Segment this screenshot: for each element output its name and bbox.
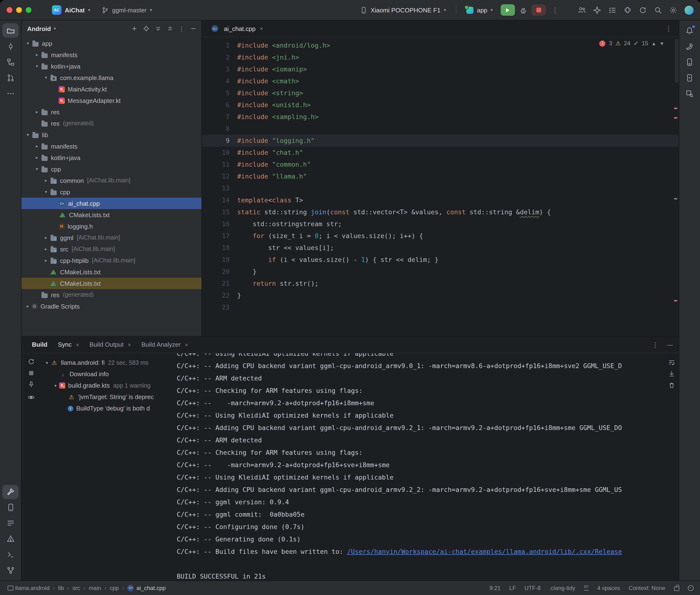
chevron-right-icon[interactable]: ▸ xyxy=(33,110,40,114)
minimize-window-button[interactable] xyxy=(16,7,22,13)
editor-scrollbar[interactable] xyxy=(675,39,678,83)
code-line[interactable]: 5#include <string> xyxy=(202,87,678,99)
notifications-icon[interactable] xyxy=(681,23,698,38)
close-tab-icon[interactable]: × xyxy=(260,26,263,31)
tree-item-cmakelists-txt[interactable]: CMakeLists.txt xyxy=(22,209,201,221)
chevron-right-icon[interactable]: ▸ xyxy=(33,52,40,57)
inspection-widget[interactable]: !3 ⚠24 ✓15 ▲ ▼ xyxy=(599,40,664,47)
more-tool-windows-icon[interactable] xyxy=(2,86,19,101)
error-stripe-mark[interactable] xyxy=(674,117,677,119)
tree-item-cpp[interactable]: ▾cpp xyxy=(22,163,201,175)
run-button[interactable] xyxy=(500,4,515,16)
status-item-line-separator[interactable]: LF xyxy=(509,585,516,591)
gradle-icon[interactable] xyxy=(681,39,698,53)
tree-item-cmakelists-txt[interactable]: CMakeLists.txt xyxy=(22,278,201,289)
add-icon[interactable] xyxy=(131,25,138,32)
tree-item-kotlin-java[interactable]: ▸kotlin+java xyxy=(22,152,201,163)
hide-build-panel-icon[interactable]: — xyxy=(667,341,673,348)
commit-tool-icon[interactable] xyxy=(2,39,19,53)
code-line[interactable]: 16 std::ostringstream str; xyxy=(202,218,678,230)
logcat-tool-icon[interactable] xyxy=(2,516,19,530)
code-line[interactable]: 4#include <cmath> xyxy=(202,75,678,87)
settings-gear-icon[interactable] xyxy=(669,6,677,14)
tree-item-lib[interactable]: ▾lib xyxy=(22,129,201,140)
tree-item-mainactivity-kt[interactable]: KMainActivity.kt xyxy=(22,83,201,95)
code-line[interactable]: 17 for (size_t i = 0; i < values.size();… xyxy=(202,230,678,242)
collapse-all-icon[interactable] xyxy=(167,25,173,32)
hide-panel-icon[interactable] xyxy=(190,25,197,32)
tree-item-common[interactable]: ▸common[AiChat.lib.main] xyxy=(22,175,201,186)
tree-item-download-info[interactable]: ↓Download info xyxy=(40,368,172,380)
code-line[interactable]: 3#include <iomanip> xyxy=(202,63,678,75)
status-item-clang-tidy[interactable]: .clang-tidy xyxy=(549,585,575,591)
problems-tool-icon[interactable] xyxy=(2,532,19,546)
chevron-right-icon[interactable]: ▸ xyxy=(43,247,50,251)
stop-button[interactable] xyxy=(531,4,545,16)
close-window-button[interactable] xyxy=(7,7,12,13)
expand-all-icon[interactable] xyxy=(155,25,162,32)
project-selector[interactable]: AC AiChat ▾ xyxy=(49,4,93,16)
project-view-selector[interactable]: Android xyxy=(27,25,51,32)
chevron-right-icon[interactable]: ▸ xyxy=(24,304,31,309)
code-area[interactable]: 1#include <android/log.h>2#include <jni.… xyxy=(202,37,678,336)
ok-stripe-mark[interactable] xyxy=(674,198,677,200)
tree-item-manifests[interactable]: ▸manifests xyxy=(22,140,201,152)
tree-item-src[interactable]: ▸src[AiChat.lib.main] xyxy=(22,243,201,255)
console-link[interactable]: /Users/hanyin/Workspace/ai-chat/examples… xyxy=(347,547,622,555)
build-tab-sync[interactable]: Sync× xyxy=(53,338,84,351)
ai-assistant-icon[interactable] xyxy=(593,6,601,14)
chevron-down-icon[interactable]: ▾ xyxy=(52,383,59,388)
locate-file-icon[interactable] xyxy=(143,25,149,32)
chevron-down-icon[interactable]: ▾ xyxy=(24,132,31,137)
editor-options-icon[interactable]: ⋮ xyxy=(663,25,674,32)
profile-avatar[interactable] xyxy=(684,5,693,15)
code-line[interactable]: 8 xyxy=(202,123,678,135)
soft-wrap-icon[interactable] xyxy=(668,359,675,366)
chevron-right-icon[interactable]: ▸ xyxy=(43,178,50,183)
device-explorer-tool-icon[interactable] xyxy=(2,500,19,514)
chevron-down-icon[interactable]: ▾ xyxy=(33,64,40,68)
run-configuration-selector[interactable]: app ▾ xyxy=(463,5,496,15)
structure-tool-icon[interactable] xyxy=(2,55,19,69)
window-icon[interactable] xyxy=(7,584,14,592)
breadcrumb-item-llama-android[interactable]: llama.android xyxy=(15,585,50,591)
build-tab-build-output[interactable]: Build Output× xyxy=(85,338,136,351)
tree-item-llama-android-fi[interactable]: ▾⚠llama.android: fi22 sec, 583 ms xyxy=(40,357,172,368)
code-line[interactable]: 12#include "llama.h" xyxy=(202,170,678,182)
scroll-to-end-icon[interactable] xyxy=(668,370,675,377)
branch-selector[interactable]: ggml-master ▾ xyxy=(99,5,156,15)
tree-item-logging-h[interactable]: Hlogging.h xyxy=(22,221,201,232)
code-line[interactable]: 7#include <sampling.h> xyxy=(202,111,678,123)
breadcrumb-item-ai-chat-cpp[interactable]: C+ai_chat.cpp xyxy=(128,585,166,591)
running-devices-icon[interactable] xyxy=(681,70,698,85)
tree-item-ggml[interactable]: ▸ggml[AiChat.lib.main] xyxy=(22,232,201,243)
error-stripe-mark[interactable] xyxy=(674,108,677,109)
code-line[interactable]: 11#include "common.h" xyxy=(202,159,678,170)
maximize-window-button[interactable] xyxy=(26,7,31,13)
tree-item-messageadapter-kt[interactable]: KMessageAdapter.kt xyxy=(22,95,201,106)
code-line[interactable]: 19 if (i < values.size() - 1) { str << d… xyxy=(202,254,678,266)
chevron-down-icon[interactable]: ▾ xyxy=(43,75,50,80)
device-manager-icon[interactable] xyxy=(681,55,698,69)
tree-item-cpp-httplib[interactable]: ▸cpp-httplib[AiChat.lib.main] xyxy=(22,255,201,266)
code-line[interactable]: 21 return str.str(); xyxy=(202,278,678,289)
inspections-icon[interactable] xyxy=(688,585,693,591)
status-item-encoding[interactable]: UTF-8 xyxy=(525,585,541,591)
tree-item-app[interactable]: ▾app xyxy=(22,38,201,49)
build-panel-options-icon[interactable]: ⋮ xyxy=(650,341,661,348)
close-tab-icon[interactable]: × xyxy=(128,342,131,347)
code-line[interactable]: 9#include "logging.h" xyxy=(202,135,678,147)
tree-item-res[interactable]: res(generated) xyxy=(22,118,201,129)
tree-item-cpp[interactable]: ▾cpp xyxy=(22,186,201,198)
code-with-me-icon[interactable] xyxy=(578,6,586,14)
project-tool-icon[interactable] xyxy=(2,23,19,38)
stop-build-icon[interactable] xyxy=(29,371,33,375)
close-tab-icon[interactable]: × xyxy=(76,342,79,347)
editor-tab-ai-chat-cpp[interactable]: C+ ai_chat.cpp × xyxy=(207,21,268,37)
debug-button[interactable] xyxy=(519,6,527,14)
formatter-icon[interactable] xyxy=(584,586,589,590)
device-selector[interactable]: Xiaomi POCOPHONE F1 ▾ xyxy=(357,5,449,15)
close-tab-icon[interactable]: × xyxy=(185,342,188,347)
chevron-right-icon[interactable]: ▸ xyxy=(43,235,50,240)
terminal-tool-icon[interactable] xyxy=(2,547,19,562)
